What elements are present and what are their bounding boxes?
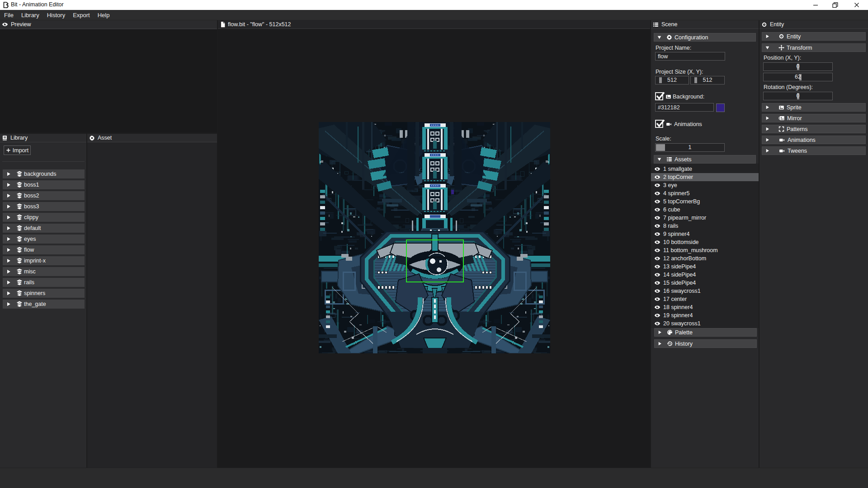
asset-row[interactable]: 7 pipearm_mirror [651,214,759,222]
sprite-section-bar[interactable]: Sprite [762,103,866,112]
scene-header[interactable]: Scene [651,20,759,29]
asset-row[interactable]: 10 bottomside [651,238,759,246]
close-button[interactable] [850,0,863,10]
eye-icon[interactable] [654,312,660,319]
library-folder-row[interactable]: flow [3,245,85,254]
library-folder-row[interactable]: boss3 [3,202,85,211]
asset-row[interactable]: 13 sidePipe4 [651,263,759,271]
eye-icon[interactable] [654,296,660,302]
expand-arrow-icon[interactable] [6,182,11,188]
eye-icon[interactable] [654,247,660,253]
maximize-button[interactable] [828,0,842,10]
rotation-input[interactable]: 0 [763,92,833,100]
artwork-canvas[interactable] [319,122,550,353]
palette-section-bar[interactable]: Palette [654,328,757,337]
import-button[interactable]: Import [4,145,31,155]
expand-arrow-icon[interactable] [6,269,11,274]
eye-icon[interactable] [654,280,660,286]
expand-arrow-icon[interactable] [6,215,11,220]
collapse-arrow-icon[interactable] [657,35,662,40]
eye-icon[interactable] [654,231,660,237]
menu-item[interactable]: History [47,12,65,19]
eye-icon[interactable] [654,320,660,327]
entity-section-bar[interactable]: Entity [762,32,866,41]
menu-item[interactable]: Export [73,12,90,19]
mirror-section-bar[interactable]: Mirror [762,114,866,122]
expand-arrow-icon[interactable] [6,258,11,263]
eye-icon[interactable] [654,166,660,172]
expand-arrow-icon[interactable] [6,204,11,209]
expand-arrow-icon[interactable] [6,301,11,307]
asset-row[interactable]: 14 sidePipe4 [651,271,759,279]
asset-row[interactable]: 16 swaycross1 [651,287,759,295]
eye-icon[interactable] [654,288,660,294]
history-section-bar[interactable]: History [654,339,757,348]
expand-arrow-icon[interactable] [6,193,11,198]
asset-row[interactable]: 18 spinner4 [651,303,759,311]
library-folder-row[interactable]: misc [3,267,85,276]
expand-arrow-icon[interactable] [6,236,11,242]
asset-row[interactable]: 4 spinner5 [651,189,759,197]
expand-arrow-icon[interactable] [6,247,11,253]
library-folder-row[interactable]: spinners [3,289,85,298]
background-checkbox[interactable] [655,92,663,100]
eye-icon[interactable] [654,304,660,310]
project-size-y-input[interactable]: 512 [690,76,725,84]
preview-header[interactable]: Preview [0,20,217,29]
asset-row[interactable]: 1 smallgate [651,165,759,173]
eye-icon[interactable] [654,239,660,245]
library-folder-row[interactable]: the_gate [3,300,85,309]
collapse-arrow-icon[interactable] [765,127,770,131]
expand-arrow-icon[interactable] [6,171,11,177]
assets-section-bar[interactable]: Assets [654,155,756,164]
collapse-arrow-icon[interactable] [765,148,770,153]
asset-row[interactable]: 17 center [651,295,759,303]
transform-section-bar[interactable]: Transform [762,43,866,52]
asset-row[interactable]: 2 topCorner [651,173,759,181]
eye-icon[interactable] [654,206,660,213]
document-tab[interactable]: flow.bit - "flow" - 512x512 [218,20,650,29]
collapse-arrow-icon[interactable] [765,116,770,121]
animations-checkbox[interactable] [655,120,663,128]
collapse-arrow-icon[interactable] [765,137,770,142]
animations-section-bar[interactable]: Animations [762,136,866,144]
menu-item[interactable]: File [4,12,14,19]
background-color-swatch[interactable] [716,103,725,112]
collapse-arrow-icon[interactable] [765,105,770,110]
collapse-arrow-icon[interactable] [765,45,770,50]
patterns-section-bar[interactable]: Patterns [762,125,866,133]
library-folder-row[interactable]: rails [3,278,85,287]
expand-arrow-icon[interactable] [6,280,11,285]
position-y-input[interactable]: 62 [763,73,833,81]
entity-header[interactable]: Entity [760,20,868,29]
library-folder-row[interactable]: boss1 [3,180,85,189]
library-folder-row[interactable]: default [3,224,85,233]
asset-row[interactable]: 9 spinner4 [651,230,759,238]
project-name-input[interactable]: flow [655,52,725,61]
asset-row[interactable]: 5 topCornerBg [651,197,759,206]
eye-icon[interactable] [654,272,660,278]
library-folder-row[interactable]: imprint-x [3,256,85,265]
library-folder-row[interactable]: eyes [3,235,85,244]
collapse-arrow-icon[interactable] [765,34,770,39]
menu-item[interactable]: Library [21,12,39,19]
asset-row[interactable]: 3 eye [651,181,759,189]
asset-row[interactable]: 12 anchorBottom [651,254,759,263]
asset-header[interactable]: Asset [87,134,217,142]
asset-row[interactable]: 19 spinner4 [651,311,759,319]
library-folder-row[interactable]: clippy [3,213,85,222]
asset-row[interactable]: 6 cube [651,206,759,214]
eye-icon[interactable] [654,223,660,229]
position-x-input[interactable]: 0 [763,62,833,71]
asset-row[interactable]: 8 rails [651,222,759,230]
library-header[interactable]: Library [0,134,86,142]
collapse-arrow-icon[interactable] [657,330,662,335]
library-folder-row[interactable]: boss2 [3,191,85,200]
configuration-section-bar[interactable]: Configuration [654,33,756,42]
eye-icon[interactable] [654,198,660,205]
eye-icon[interactable] [654,263,660,270]
scale-input[interactable]: 1 [655,143,725,152]
asset-row[interactable]: 20 swaycross1 [651,319,759,328]
background-color-input[interactable]: #312182 [655,103,714,112]
preview-viewport[interactable] [0,29,217,132]
